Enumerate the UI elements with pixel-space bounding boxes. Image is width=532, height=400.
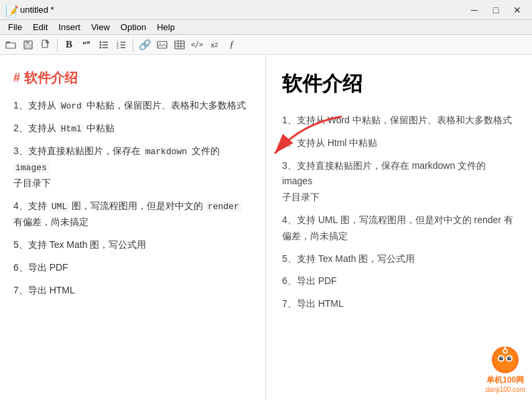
preview-item-4: 4、支持 UML 图，写流程图用，但是对中文的 render 有偏差，尚未搞定	[282, 212, 516, 245]
watermark-text: 单机100网	[486, 375, 524, 386]
ol-button[interactable]: 1. 2. 3.	[113, 37, 129, 53]
svg-rect-18	[157, 42, 167, 48]
menu-insert[interactable]: Insert	[53, 21, 86, 34]
open-button[interactable]	[3, 37, 19, 53]
title-bar: 📝 untitled * ─ □ ✕	[0, 0, 532, 20]
svg-rect-5	[42, 40, 48, 48]
window-title: untitled *	[20, 5, 54, 15]
editor-item-7: 7、导出 HTML	[13, 283, 252, 299]
minimize-button[interactable]: ─	[465, 3, 484, 17]
svg-point-6	[100, 41, 102, 43]
menu-view[interactable]: View	[86, 21, 115, 34]
editor-panel[interactable]: # 软件介绍 1、支持从 Word 中粘贴，保留图片、表格和大多数格式 2、支持…	[0, 55, 266, 400]
svg-point-33	[509, 357, 511, 358]
editor-item-5: 5、支持 Tex Math 图，写公式用	[13, 237, 252, 253]
menu-help[interactable]: Help	[151, 21, 180, 34]
app-icon: 📝	[5, 5, 16, 15]
bold-button[interactable]: B	[61, 37, 77, 53]
maximize-button[interactable]: □	[486, 3, 505, 17]
svg-point-32	[501, 357, 503, 358]
menu-option[interactable]: Option	[115, 21, 151, 34]
editor-heading-line: # 软件介绍	[13, 66, 252, 90]
link-button[interactable]: 🔗	[137, 37, 153, 53]
preview-item-2: 2、支持从 Html 中粘贴	[282, 135, 516, 151]
table-button[interactable]	[172, 37, 188, 53]
svg-rect-20	[175, 41, 184, 49]
hash-icon: #	[13, 67, 20, 88]
image-button[interactable]	[154, 37, 170, 53]
title-bar-left: 📝 untitled *	[5, 5, 54, 15]
code-button[interactable]: </>	[189, 37, 205, 53]
svg-rect-1	[6, 43, 15, 48]
save-button[interactable]	[20, 37, 36, 53]
preview-title: 软件介绍	[282, 66, 516, 102]
toolbar-separator-1	[57, 38, 58, 52]
svg-rect-3	[25, 41, 29, 44]
preview-item-3: 3、支持直接粘贴图片，保存在 markdown 文件的 images子目录下	[282, 158, 516, 206]
window-controls: ─ □ ✕	[465, 3, 527, 17]
svg-point-27	[494, 348, 517, 371]
ul-button[interactable]	[96, 37, 112, 53]
editor-item-1: 1、支持从 Word 中粘贴，保留图片、表格和大多数格式	[13, 98, 252, 114]
svg-point-30	[499, 356, 503, 360]
editor-item-6: 6、导出 PDF	[13, 260, 252, 276]
svg-text:3.: 3.	[117, 46, 119, 50]
editor-item-4: 4、支持 UML 图，写流程图用，但是对中文的 render 有偏差，尚未搞定	[13, 198, 252, 230]
menu-file[interactable]: File	[3, 21, 27, 34]
menu-bar: File Edit Insert View Option Help	[0, 20, 532, 35]
quote-button[interactable]: ❝❞	[78, 37, 94, 53]
menu-edit[interactable]: Edit	[27, 21, 53, 34]
close-button[interactable]: ✕	[508, 3, 527, 17]
svg-point-31	[507, 356, 511, 360]
watermark: 单机100网 danji100.com	[486, 345, 525, 393]
superscript-button[interactable]: x2	[206, 37, 222, 53]
preview-item-5: 5、支持 Tex Math 图，写公式用	[282, 251, 516, 267]
editor-item-2: 2、支持从 Html 中粘贴	[13, 121, 252, 137]
toolbar: B ❝❞ 1. 2. 3. 🔗	[0, 35, 532, 55]
new-button[interactable]	[38, 37, 54, 53]
toolbar-separator-2	[133, 38, 133, 52]
svg-point-7	[100, 44, 102, 46]
svg-point-8	[100, 46, 102, 48]
preview-item-7: 7、导出 HTML	[282, 296, 516, 312]
watermark-icon	[490, 345, 520, 375]
preview-item-1: 1、支持从 Word 中粘贴，保留图片、表格和大多数格式	[282, 113, 516, 129]
preview-item-6: 6、导出 PDF	[282, 273, 516, 289]
strikethrough-button[interactable]: ƒ	[224, 37, 240, 53]
watermark-subtext: danji100.com	[486, 386, 525, 393]
main-area: # 软件介绍 1、支持从 Word 中粘贴，保留图片、表格和大多数格式 2、支持…	[0, 55, 532, 400]
editor-title: 软件介绍	[24, 66, 78, 90]
svg-rect-4	[25, 45, 31, 48]
editor-item-3: 3、支持直接粘贴图片，保存在 markdown 文件的 images子目录下	[13, 143, 252, 192]
